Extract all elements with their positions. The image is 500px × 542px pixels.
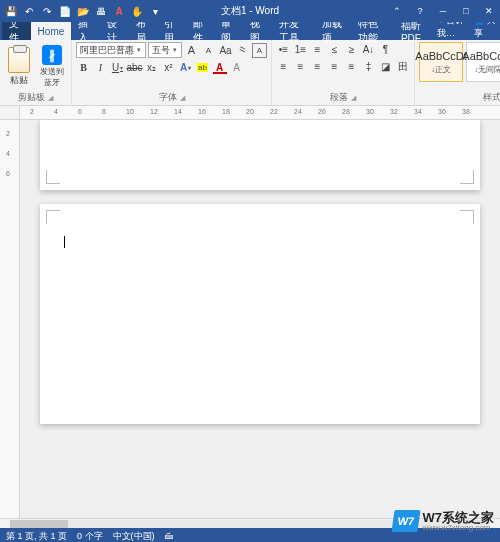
- bluetooth-send-button[interactable]: ∦ 发送到蓝牙: [37, 42, 67, 91]
- shading-button[interactable]: ◪: [378, 59, 393, 74]
- bullets-button[interactable]: •≡: [276, 42, 291, 57]
- align-center-button[interactable]: ≡: [293, 59, 308, 74]
- tab-view[interactable]: 视图: [243, 22, 272, 40]
- subscript-button[interactable]: x₂: [144, 60, 159, 75]
- qat-font-color[interactable]: A: [111, 3, 127, 19]
- qat-more[interactable]: ▾: [147, 3, 163, 19]
- maximize-button[interactable]: □: [455, 2, 477, 20]
- dialog-launcher-icon[interactable]: ◢: [48, 94, 53, 102]
- page-1-bottom[interactable]: [40, 120, 480, 190]
- close-button[interactable]: ✕: [478, 2, 500, 20]
- decrease-indent-button[interactable]: ≤: [327, 42, 342, 57]
- increase-indent-button[interactable]: ≥: [344, 42, 359, 57]
- page-2[interactable]: [40, 204, 480, 424]
- strike-button[interactable]: abc: [127, 60, 142, 75]
- align-right-button[interactable]: ≡: [310, 59, 325, 74]
- dialog-launcher-icon[interactable]: ◢: [351, 94, 356, 102]
- clear-format-button[interactable]: A: [229, 60, 244, 75]
- status-language[interactable]: 中文(中国): [113, 530, 155, 543]
- style-no-spacing[interactable]: AaBbCcDt ↓无间隔: [466, 42, 500, 82]
- status-word-count[interactable]: 0 个字: [77, 530, 103, 543]
- tab-references[interactable]: 引用: [157, 22, 186, 40]
- font-name-combo[interactable]: 阿里巴巴普惠▾: [76, 42, 146, 58]
- status-page[interactable]: 第 1 页, 共 1 页: [6, 530, 67, 543]
- qat-save[interactable]: 💾: [3, 3, 19, 19]
- help-icon[interactable]: ?: [409, 2, 431, 20]
- borders-button[interactable]: 田: [395, 59, 410, 74]
- status-ime[interactable]: 🖮: [165, 531, 174, 541]
- tab-home[interactable]: Home: [31, 22, 72, 40]
- qat-new[interactable]: 📄: [57, 3, 73, 19]
- text-cursor: [64, 236, 65, 248]
- tab-review[interactable]: 审阅: [214, 22, 243, 40]
- bluetooth-icon: ∦: [42, 45, 62, 65]
- tab-foxit-pdf[interactable]: 福昕PDF: [394, 22, 437, 40]
- qat-print[interactable]: 🖶: [93, 3, 109, 19]
- minimize-button[interactable]: ─: [432, 2, 454, 20]
- phonetic-button[interactable]: ⺀: [235, 43, 250, 58]
- tab-addins[interactable]: 加载项: [315, 22, 351, 40]
- justify-button[interactable]: ≡: [327, 59, 342, 74]
- scrollbar-thumb[interactable]: [10, 520, 68, 528]
- tab-file[interactable]: 文件: [2, 22, 31, 40]
- underline-button[interactable]: U▾: [110, 60, 125, 75]
- char-border-button[interactable]: A: [252, 43, 267, 58]
- line-spacing-button[interactable]: ‡: [361, 59, 376, 74]
- qat-undo[interactable]: ↶: [21, 3, 37, 19]
- change-case-button[interactable]: Aa: [218, 43, 233, 58]
- group-font: 阿里巴巴普惠▾ 五号▾ A A Aa ⺀ A B I U▾ abc x₂ x² …: [72, 40, 272, 105]
- tab-special[interactable]: 特色功能: [351, 22, 394, 40]
- horizontal-scrollbar[interactable]: [0, 518, 500, 528]
- vertical-ruler[interactable]: 246: [0, 120, 20, 518]
- sort-button[interactable]: A↓: [361, 42, 376, 57]
- font-color-button[interactable]: A: [212, 60, 227, 75]
- qat-open[interactable]: 📂: [75, 3, 91, 19]
- group-clipboard: 粘贴 ∦ 发送到蓝牙 剪贴板◢: [0, 40, 72, 105]
- font-size-combo[interactable]: 五号▾: [148, 42, 182, 58]
- align-left-button[interactable]: ≡: [276, 59, 291, 74]
- group-styles: AaBbCcDt ↓正文 AaBbCcDt ↓无间隔 AaBl 标题 1 ▴▾⊻…: [415, 40, 500, 105]
- qat-touch[interactable]: ✋: [129, 3, 145, 19]
- tab-layout[interactable]: 布局: [129, 22, 158, 40]
- text-effects-button[interactable]: A▾: [178, 60, 193, 75]
- multilevel-button[interactable]: ≡: [310, 42, 325, 57]
- show-marks-button[interactable]: ¶: [378, 42, 393, 57]
- clipboard-icon: [8, 47, 30, 73]
- horizontal-ruler[interactable]: 2468101214161820222426283032343638: [0, 106, 500, 120]
- tab-mailings[interactable]: 邮件: [186, 22, 215, 40]
- numbering-button[interactable]: 1≡: [293, 42, 308, 57]
- shrink-font-button[interactable]: A: [201, 43, 216, 58]
- bold-button[interactable]: B: [76, 60, 91, 75]
- document-title: 文档1 - Word: [221, 4, 279, 18]
- paste-button[interactable]: 粘贴: [4, 42, 34, 91]
- grow-font-button[interactable]: A: [184, 43, 199, 58]
- tab-developer[interactable]: 开发工具: [272, 22, 315, 40]
- document-viewport[interactable]: [20, 120, 500, 518]
- style-normal[interactable]: AaBbCcDt ↓正文: [419, 42, 463, 82]
- highlight-button[interactable]: ab: [195, 60, 210, 75]
- qat-redo[interactable]: ↷: [39, 3, 55, 19]
- group-paragraph: •≡ 1≡ ≡ ≤ ≥ A↓ ¶ ≡ ≡ ≡ ≡ ≡ ‡ ◪ 田: [272, 40, 415, 105]
- dialog-launcher-icon[interactable]: ◢: [180, 94, 185, 102]
- ribbon-options-icon[interactable]: ⌃: [386, 2, 408, 20]
- tab-insert[interactable]: 插入: [71, 22, 100, 40]
- superscript-button[interactable]: x²: [161, 60, 176, 75]
- distribute-button[interactable]: ≡: [344, 59, 359, 74]
- italic-button[interactable]: I: [93, 60, 108, 75]
- tab-design[interactable]: 设计: [100, 22, 129, 40]
